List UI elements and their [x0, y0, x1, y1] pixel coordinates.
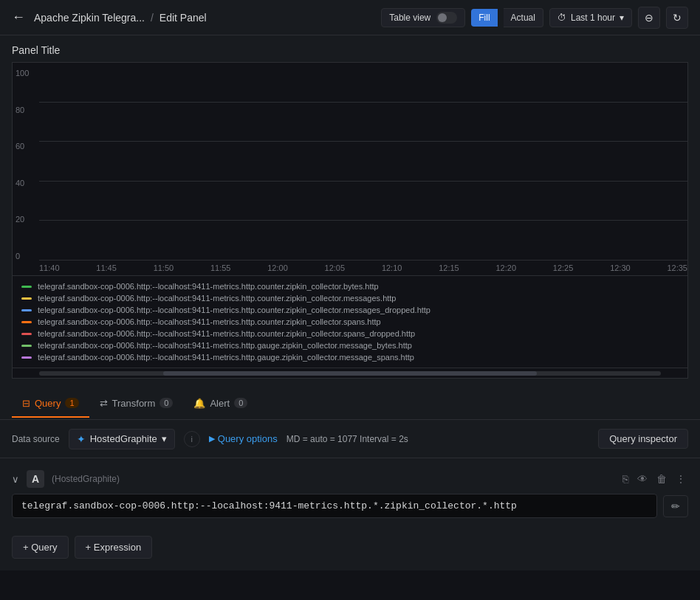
query-options-label: Query options [218, 433, 278, 444]
legend-color-6 [21, 345, 32, 347]
legend-label-2: telegraf.sandbox-cop-0006.http:--localho… [38, 294, 397, 303]
x-label-1235: 12:35 [667, 263, 687, 272]
header: ← Apache Zipkin Telegra... / Edit Panel … [0, 0, 700, 35]
actual-button[interactable]: Actual [504, 8, 543, 27]
copy-query-button[interactable]: ⎘ [620, 471, 631, 487]
legend-label-1: telegraf.sandbox-cop-0006.http:--localho… [38, 282, 379, 291]
datasource-info-button[interactable]: i [184, 431, 200, 447]
y-label-80: 80 [16, 106, 35, 114]
x-axis: 11:40 11:45 11:50 11:55 12:00 12:05 12:1… [39, 261, 687, 275]
legend-label-5: telegraf.sandbox-cop-0006.http:--localho… [38, 329, 415, 338]
y-axis: 0 20 40 60 80 100 [13, 63, 39, 275]
y-label-20: 20 [16, 215, 35, 224]
legend-label-7: telegraf.sandbox-cop-0006.http:--localho… [38, 353, 414, 362]
x-label-1140: 11:40 [39, 263, 60, 272]
refresh-button[interactable]: ↻ [666, 7, 688, 29]
query-input-row: ✏ [12, 494, 688, 518]
edit-query-button[interactable]: ✏ [663, 495, 688, 517]
trash-icon: 🗑 [656, 473, 667, 485]
scrollbar-thumb[interactable] [163, 371, 536, 376]
y-label-60: 60 [16, 142, 35, 151]
grid-lines [39, 63, 687, 261]
more-options-button[interactable]: ⋮ [673, 471, 688, 487]
x-label-1230: 12:30 [610, 263, 631, 272]
query-inspector-button[interactable]: Query inspector [598, 429, 688, 449]
x-label-1145: 11:45 [96, 263, 117, 272]
list-item: telegraf.sandbox-cop-0006.http:--localho… [21, 351, 679, 363]
chevron-down-icon: ▾ [620, 13, 624, 23]
query-subtitle: (HostedGraphite) [52, 474, 120, 484]
add-buttons-bar: + Query + Expression [0, 530, 700, 570]
delete-query-button[interactable]: 🗑 [654, 471, 669, 487]
legend-label-4: telegraf.sandbox-cop-0006.http:--localho… [38, 317, 381, 326]
list-item: telegraf.sandbox-cop-0006.http:--localho… [21, 292, 679, 304]
ellipsis-vertical-icon: ⋮ [676, 473, 686, 485]
alert-tab-label: Alert [210, 398, 230, 409]
x-label-1205: 12:05 [325, 263, 346, 272]
pencil-icon: ✏ [671, 500, 680, 512]
tab-alert[interactable]: 🔔 Alert 0 [183, 390, 258, 418]
legend-color-3 [21, 309, 32, 311]
breadcrumb: Apache Zipkin Telegra... / Edit Panel [34, 12, 207, 24]
x-label-1215: 12:15 [439, 263, 459, 272]
x-label-1150: 11:50 [154, 263, 174, 272]
legend-color-5 [21, 333, 32, 335]
breadcrumb-separator: / [151, 12, 154, 24]
legend-label-6: telegraf.sandbox-cop-0006.http:--localho… [38, 341, 412, 350]
fill-button[interactable]: Fill [471, 9, 497, 27]
tabs-bar: ⊟ Query 1 ⇄ Transform 0 🔔 Alert 0 [0, 387, 700, 420]
query-letter-badge: A [27, 470, 44, 488]
chart-plot: 11:40 11:45 11:50 11:55 12:00 12:05 12:1… [39, 63, 687, 275]
alert-tab-badge: 0 [234, 398, 247, 408]
query-tab-icon: ⊟ [22, 398, 30, 409]
panel-title: Panel Title [12, 44, 688, 56]
chevron-down-icon: ▾ [162, 433, 167, 444]
x-label-1225: 12:25 [553, 263, 574, 272]
clock-icon: ⏱ [557, 13, 566, 23]
x-label-1210: 12:10 [382, 263, 402, 272]
add-expression-button[interactable]: + Expression [75, 536, 153, 559]
datasource-icon: ✦ [77, 433, 86, 445]
collapse-button[interactable]: ∨ [12, 474, 19, 485]
query-row-actions: ⎘ 👁 🗑 ⋮ [620, 471, 688, 487]
datasource-select[interactable]: ✦ HostedGraphite ▾ [69, 429, 175, 449]
zoom-out-button[interactable]: ⊖ [638, 7, 660, 29]
query-tab-badge: 1 [65, 398, 78, 408]
transform-tab-label: Transform [112, 398, 156, 409]
scrollbar-area[interactable] [12, 368, 688, 379]
query-row-header: ∨ A (HostedGraphite) ⎘ 👁 🗑 ⋮ [12, 464, 688, 494]
list-item: telegraf.sandbox-cop-0006.http:--localho… [21, 316, 679, 328]
add-query-button[interactable]: + Query [12, 536, 69, 559]
query-options-meta: MD = auto = 1077 Interval = 2s [286, 434, 408, 444]
tab-transform[interactable]: ⇄ Transform 0 [89, 390, 184, 418]
legend-color-7 [21, 356, 32, 359]
header-controls: Table view Fill Actual ⏱ Last 1 hour ▾ ⊖… [381, 7, 688, 29]
query-section: ∨ A (HostedGraphite) ⎘ 👁 🗑 ⋮ ✏ [0, 458, 700, 530]
query-input[interactable] [12, 494, 657, 518]
scrollbar-track[interactable] [39, 371, 661, 376]
table-view-switch[interactable] [436, 12, 457, 24]
y-label-100: 100 [16, 69, 35, 77]
legend-color-4 [21, 321, 32, 323]
datasource-bar: Data source ✦ HostedGraphite ▾ i ▶ Query… [0, 420, 700, 458]
tab-query[interactable]: ⊟ Query 1 [12, 390, 89, 418]
list-item: telegraf.sandbox-cop-0006.http:--localho… [21, 339, 679, 351]
datasource-name: HostedGraphite [90, 433, 157, 444]
legend-color-1 [21, 286, 32, 288]
list-item: telegraf.sandbox-cop-0006.http:--localho… [21, 328, 679, 339]
table-view-label: Table view [389, 13, 430, 23]
breadcrumb-main: Apache Zipkin Telegra... [34, 12, 145, 24]
time-range-button[interactable]: ⏱ Last 1 hour ▾ [549, 8, 632, 27]
toggle-visibility-button[interactable]: 👁 [635, 471, 650, 487]
transform-tab-badge: 0 [159, 398, 173, 408]
transform-tab-icon: ⇄ [100, 398, 108, 409]
back-button[interactable]: ← [12, 10, 25, 25]
alert-tab-icon: 🔔 [193, 398, 205, 409]
x-label-1155: 11:55 [210, 263, 231, 272]
query-options-link[interactable]: ▶ Query options [209, 433, 278, 444]
y-label-0: 0 [16, 252, 35, 261]
info-icon: i [191, 435, 193, 444]
x-label-1200: 12:00 [267, 263, 288, 272]
list-item: telegraf.sandbox-cop-0006.http:--localho… [21, 280, 679, 292]
table-view-toggle[interactable]: Table view [381, 8, 465, 27]
